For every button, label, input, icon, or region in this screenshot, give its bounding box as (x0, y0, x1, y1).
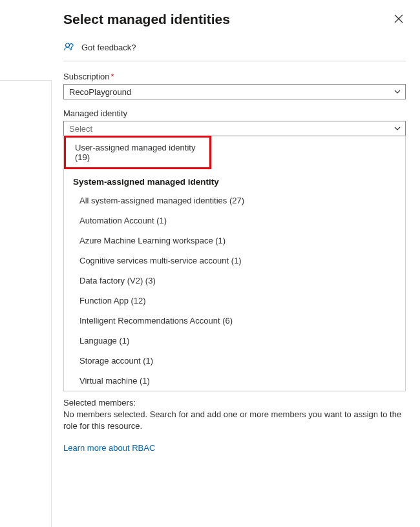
dropdown-option[interactable]: Intelligent Recommendations Account (6) (64, 311, 405, 331)
subscription-value: RecoPlayground (69, 87, 131, 97)
chevron-down-icon (394, 125, 401, 132)
managed-identity-placeholder: Select (69, 124, 92, 134)
feedback-text: Got feedback? (81, 43, 136, 52)
dropdown-option[interactable]: All system-assigned managed identities (… (64, 191, 405, 211)
subscription-select[interactable]: RecoPlayground (63, 84, 406, 99)
left-gutter (0, 80, 52, 527)
close-icon (394, 14, 403, 23)
dropdown-section-system-assigned: System-assigned managed identity (64, 170, 405, 191)
selected-members-label: Selected members: (63, 398, 406, 408)
feedback-icon (63, 41, 75, 53)
dropdown-option[interactable]: Azure Machine Learning workspace (1) (64, 231, 405, 251)
dropdown-option[interactable]: Function App (12) (64, 291, 405, 311)
feedback-link[interactable]: Got feedback? (63, 41, 406, 61)
chevron-down-icon (394, 88, 401, 96)
svg-point-2 (66, 43, 70, 47)
dropdown-option[interactable]: Storage account (1) (64, 351, 405, 371)
learn-more-link[interactable]: Learn more about RBAC (63, 443, 155, 453)
managed-identity-dropdown: User-assigned managed identity (19) Syst… (63, 136, 406, 391)
subscription-label: Subscription* (63, 72, 406, 81)
required-asterisk: * (111, 72, 114, 81)
dropdown-option[interactable]: Data factory (V2) (3) (64, 271, 405, 291)
dropdown-option[interactable]: Language (1) (64, 331, 405, 351)
dropdown-option[interactable]: Virtual machine (1) (64, 371, 405, 391)
dropdown-option-user-assigned[interactable]: User-assigned managed identity (19) (64, 136, 211, 169)
panel-select-managed-identities: Select managed identities G (52, 0, 420, 527)
close-button[interactable] (392, 12, 406, 26)
selected-members-text: No members selected. Search for and add … (63, 409, 406, 431)
dropdown-option[interactable]: Automation Account (1) (64, 211, 405, 231)
panel-title: Select managed identities (63, 12, 230, 27)
managed-identity-select[interactable]: Select (63, 121, 406, 136)
svg-point-3 (71, 48, 72, 50)
dropdown-option[interactable]: Cognitive services multi-service account… (64, 251, 405, 271)
managed-identity-label: Managed identity (63, 108, 406, 118)
